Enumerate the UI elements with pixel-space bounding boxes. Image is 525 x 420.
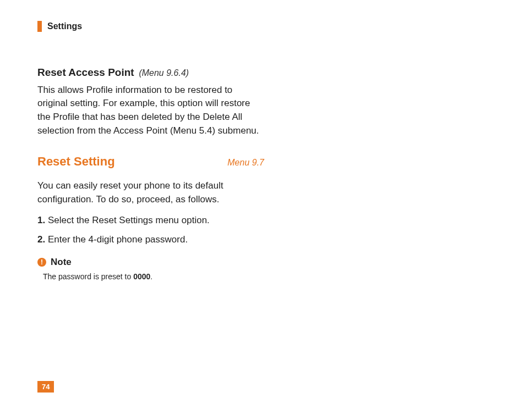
section-menu-ref: (Menu 9.6.4)	[139, 68, 189, 78]
list-item: 2. Enter the 4-digit phone password.	[37, 233, 264, 247]
header-accent-bar	[37, 21, 42, 32]
section-title: Reset Access Point	[37, 67, 134, 78]
section-reset-setting-intro: You can easily reset your phone to its d…	[37, 179, 264, 206]
note-label: Note	[51, 256, 72, 269]
manual-page: Settings Reset Access Point (Menu 9.6.4)…	[0, 0, 525, 420]
alert-icon: !	[37, 258, 46, 267]
page-content: Reset Access Point (Menu 9.6.4) This all…	[37, 65, 264, 283]
list-item: 1. Select the Reset Settings menu option…	[37, 214, 264, 228]
note-body-prefix: The password is preset to	[43, 272, 133, 281]
header-title: Settings	[47, 21, 82, 31]
step-text: Enter the 4-digit phone password.	[45, 234, 188, 245]
section-reset-access-point-body: This allows Profile information to be re…	[37, 84, 264, 138]
section-menu-ref: Menu 9.7	[227, 156, 264, 169]
step-number: 2.	[37, 234, 45, 245]
step-number: 1.	[37, 215, 45, 225]
step-text: Select the Reset Settings menu option.	[45, 215, 210, 225]
note-body-suffix: .	[150, 272, 152, 281]
section-title: Reset Setting	[37, 153, 115, 170]
note-body: The password is preset to 0000.	[43, 271, 264, 282]
section-reset-setting-heading: Reset Setting Menu 9.7	[37, 153, 264, 170]
page-number-badge: 74	[37, 381, 54, 393]
section-reset-access-point-heading: Reset Access Point (Menu 9.6.4)	[37, 65, 264, 80]
note-heading: ! Note	[37, 256, 264, 269]
page-header: Settings	[37, 21, 525, 32]
note-preset-value: 0000	[133, 272, 150, 281]
